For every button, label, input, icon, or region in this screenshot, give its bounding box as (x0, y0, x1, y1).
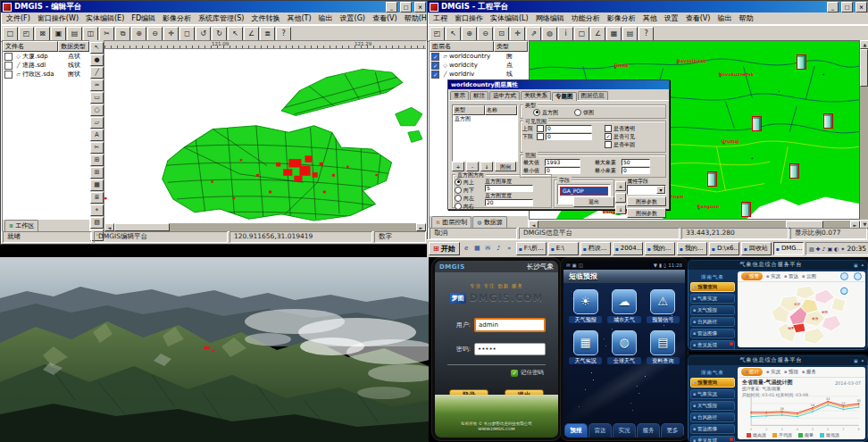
dialog-tab-0[interactable]: 显示 (450, 91, 469, 100)
sidebar-item-2[interactable]: 天气预报 (690, 401, 735, 411)
full-extent-icon-button[interactable]: ◻ (179, 27, 195, 41)
chat-icon[interactable]: ▣ (854, 358, 858, 363)
sidebar-item-1[interactable]: 气象实况 (690, 294, 735, 304)
open-icon-button[interactable]: ◰ (19, 27, 34, 41)
selected-field[interactable]: GA_POP (560, 187, 608, 196)
project-window-titlebar[interactable]: DMGIS - 工程平台 _ □ × (428, 1, 868, 13)
zoom-window-icon-button[interactable]: ⊡ (494, 27, 509, 41)
av-tray-icon[interactable]: ✚ (816, 246, 821, 252)
edit-menu-item-8[interactable]: 输出 (315, 13, 337, 23)
print-icon-button[interactable]: ▤ (67, 27, 82, 41)
minimize-button[interactable]: _ (827, 2, 839, 13)
redo-icon-button[interactable]: ↻ (212, 27, 227, 41)
temperature-line-chart[interactable]: 123456781924332730 (741, 393, 864, 432)
table-icon-button[interactable]: ▦ (90, 179, 104, 191)
list-row-histogram[interactable]: 直方图 (453, 115, 517, 122)
tile-cloud-sun[interactable]: ☀天气预报 (569, 289, 602, 323)
chevron-down-icon[interactable]: ▾ (656, 186, 665, 194)
project-menu-item-8[interactable]: 查看(V) (682, 13, 714, 23)
layer-row-0[interactable]: ✓▱worldcountry面 (430, 52, 528, 61)
polyline-icon-button[interactable]: ≈ (90, 79, 104, 91)
sidebar-item-5[interactable]: 意见反馈 (690, 340, 735, 350)
project-menu-item-10[interactable]: 帮助 (735, 13, 756, 23)
circle-icon-button[interactable]: ○ (90, 104, 104, 116)
volume-tray-icon[interactable]: ♪ (822, 246, 826, 252)
locate-icon[interactable] (841, 288, 847, 294)
select-icon-button[interactable]: ↖ (228, 27, 243, 41)
close-button[interactable]: × (414, 2, 426, 13)
edit-menu-item-10[interactable]: 查看(V) (369, 13, 401, 23)
toolbar-item-2[interactable]: 预报 (784, 369, 798, 375)
outlook-icon[interactable]: ✉ (483, 244, 493, 254)
direction-radio-option[interactable]: 向下 (455, 186, 485, 194)
radio-icon[interactable] (455, 179, 462, 186)
province-map-svg[interactable]: 长沙株洲湘潭衡阳 (738, 281, 865, 347)
media-icon[interactable]: ♪ (494, 244, 504, 254)
layers-icon-button[interactable]: ≣ (90, 192, 104, 204)
toolbar-item-3[interactable]: 云图 (802, 273, 816, 279)
list-button-0[interactable]: + (452, 162, 464, 171)
minimize-button[interactable]: _ (386, 2, 397, 13)
dialog-titlebar[interactable]: worldcountry图层属性 (448, 80, 669, 89)
measure-icon-button[interactable]: ∠ (590, 27, 605, 41)
task-button-1[interactable]: E:\ (548, 242, 579, 255)
pan-icon-button[interactable]: ✛ (163, 27, 179, 41)
thematic-type-list[interactable]: 类型 名称 直方图 (452, 104, 518, 162)
type-radio-option[interactable]: 饼图 (574, 108, 594, 116)
task-button-4[interactable]: 我的... (645, 242, 675, 255)
task-button-5[interactable]: 我的... (677, 242, 707, 255)
legend-params-button[interactable]: 图例参数 (627, 208, 666, 218)
weather-tab-4[interactable]: 更多 (661, 423, 684, 438)
line-icon-button[interactable]: ╱ (90, 67, 104, 79)
type-radio-option[interactable]: 直方图 (533, 108, 558, 116)
checkbox-icon[interactable] (605, 125, 612, 132)
sidebar-item-5[interactable]: 意见反馈 (690, 436, 735, 442)
text-icon-button[interactable]: A (90, 129, 104, 141)
edit-menu-item-1[interactable]: 窗口操作(W) (34, 13, 82, 23)
toolbar-item-1[interactable]: 实况 (766, 273, 780, 279)
rect-icon-button[interactable]: ▭ (90, 92, 104, 104)
project-menu-item-0[interactable]: 工程 (430, 13, 451, 23)
checkbox-icon[interactable] (605, 141, 612, 148)
radio-icon[interactable] (533, 109, 540, 116)
project-menu-item-1[interactable]: 窗口操作 (451, 13, 487, 23)
maximize-button[interactable]: □ (400, 2, 412, 13)
max-pixel-input[interactable] (622, 159, 650, 166)
maximize-button[interactable]: □ (841, 2, 853, 13)
measure-icon-button[interactable]: ∠ (244, 27, 259, 41)
tile-map[interactable]: ▦天气实况 (569, 330, 602, 364)
field-button-1[interactable]: - (615, 193, 626, 203)
lower-limit-input[interactable] (546, 133, 592, 140)
upper-limit-checkbox[interactable] (537, 125, 544, 132)
tile-cloud[interactable]: ☁城市天气 (607, 289, 640, 323)
field-button-2[interactable]: ↓ (615, 204, 626, 214)
undo-icon-button[interactable]: ↺ (196, 27, 211, 41)
sidebar-item-0[interactable]: 预警查询 (690, 378, 735, 388)
project-menu-item-7[interactable]: 设置 (661, 13, 682, 23)
radio-icon[interactable] (455, 203, 462, 210)
zoom-out-icon-button[interactable]: ⊖ (478, 27, 493, 41)
chat-icon[interactable]: ▣ (854, 263, 858, 268)
layer-row-2[interactable]: ✓╱worldriv线 (430, 70, 528, 79)
dialog-tab-2[interactable]: 选中方式 (489, 91, 520, 100)
layer-row-1[interactable]: ✓◇worldcity点 (430, 61, 528, 70)
sidebar-item-2[interactable]: 天气预报 (690, 305, 735, 315)
layer-checkbox[interactable] (4, 71, 13, 79)
close-button[interactable]: × (855, 2, 867, 13)
edit-menu-item-9[interactable]: 设置(G) (337, 13, 369, 23)
visibility-flag[interactable]: ✓是否可见 (605, 132, 664, 140)
project-menu-item-9[interactable]: 输出 (714, 13, 735, 23)
help-icon-button[interactable]: ? (276, 27, 291, 41)
radio-icon[interactable] (455, 187, 462, 194)
upper-limit-input[interactable] (546, 125, 592, 132)
print-icon-button[interactable]: ▤ (622, 27, 638, 41)
msg-tray-icon[interactable]: ◐ (834, 246, 839, 252)
task-button-2[interactable]: 档设... (580, 242, 611, 255)
task-button-0[interactable]: F:\所... (516, 242, 547, 255)
thickness-input[interactable] (485, 185, 533, 192)
username-field[interactable] (474, 318, 546, 332)
project-menu-item-5[interactable]: 影像分析 (604, 13, 639, 23)
zoom-out-icon-button[interactable]: ⊖ (147, 27, 163, 41)
preview-icon-button[interactable]: ◫ (83, 27, 98, 41)
zoom-in-icon-button[interactable]: ⊕ (131, 27, 146, 41)
